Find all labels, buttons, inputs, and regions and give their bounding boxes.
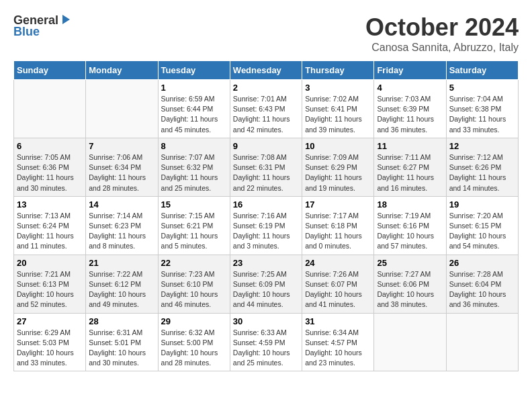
calendar-cell: 19Sunrise: 7:20 AMSunset: 6:15 PMDayligh… — [446, 196, 518, 255]
calendar-cell: 9Sunrise: 7:08 AMSunset: 6:31 PMDaylight… — [230, 138, 302, 196]
day-info: Sunrise: 6:32 AMSunset: 5:00 PMDaylight:… — [161, 328, 227, 369]
weekday-header-wednesday: Wednesday — [230, 61, 302, 80]
calendar-cell: 20Sunrise: 7:21 AMSunset: 6:13 PMDayligh… — [14, 255, 86, 313]
logo-blue-text: Blue — [13, 25, 40, 39]
day-number: 2 — [233, 83, 299, 93]
day-number: 24 — [305, 258, 371, 268]
day-info: Sunrise: 6:34 AMSunset: 4:57 PMDaylight:… — [305, 328, 371, 369]
day-number: 6 — [17, 141, 83, 151]
calendar-week-row: 6Sunrise: 7:05 AMSunset: 6:36 PMDaylight… — [14, 138, 519, 196]
day-info: Sunrise: 7:25 AMSunset: 6:09 PMDaylight:… — [233, 269, 299, 310]
calendar-cell — [374, 313, 446, 371]
day-number: 10 — [305, 141, 371, 151]
calendar-cell: 11Sunrise: 7:11 AMSunset: 6:27 PMDayligh… — [374, 138, 446, 196]
calendar-cell: 1Sunrise: 6:59 AMSunset: 6:44 PMDaylight… — [158, 80, 230, 138]
calendar-cell: 12Sunrise: 7:12 AMSunset: 6:26 PMDayligh… — [446, 138, 518, 196]
day-info: Sunrise: 7:02 AMSunset: 6:41 PMDaylight:… — [305, 94, 371, 135]
title-section: October 2024 Canosa Sannita, Abruzzo, It… — [365, 13, 519, 54]
day-number: 9 — [233, 141, 299, 151]
day-number: 27 — [17, 316, 83, 326]
day-info: Sunrise: 6:33 AMSunset: 4:59 PMDaylight:… — [233, 328, 299, 369]
page-header: General Blue October 2024 Canosa Sannita… — [13, 13, 519, 54]
day-number: 11 — [377, 141, 443, 151]
day-number: 17 — [305, 199, 371, 210]
day-info: Sunrise: 7:07 AMSunset: 6:32 PMDaylight:… — [161, 152, 227, 193]
day-info: Sunrise: 7:03 AMSunset: 6:39 PMDaylight:… — [377, 94, 443, 135]
calendar-cell — [14, 80, 86, 138]
calendar-cell: 10Sunrise: 7:09 AMSunset: 6:29 PMDayligh… — [302, 138, 374, 196]
day-number: 1 — [161, 83, 227, 93]
calendar-cell: 24Sunrise: 7:26 AMSunset: 6:07 PMDayligh… — [302, 255, 374, 313]
day-info: Sunrise: 7:08 AMSunset: 6:31 PMDaylight:… — [233, 152, 299, 193]
weekday-header-saturday: Saturday — [446, 61, 518, 80]
weekday-header-tuesday: Tuesday — [158, 61, 230, 80]
day-number: 31 — [305, 316, 371, 326]
day-info: Sunrise: 7:27 AMSunset: 6:06 PMDaylight:… — [377, 269, 443, 310]
day-number: 25 — [377, 258, 443, 268]
day-info: Sunrise: 7:09 AMSunset: 6:29 PMDaylight:… — [305, 152, 371, 193]
day-number: 3 — [305, 83, 371, 93]
weekday-header-thursday: Thursday — [302, 61, 374, 80]
day-number: 20 — [17, 258, 83, 268]
calendar-cell: 2Sunrise: 7:01 AMSunset: 6:43 PMDaylight… — [230, 80, 302, 138]
day-info: Sunrise: 7:17 AMSunset: 6:18 PMDaylight:… — [305, 211, 371, 252]
day-number: 12 — [449, 141, 515, 151]
calendar-cell: 5Sunrise: 7:04 AMSunset: 6:38 PMDaylight… — [446, 80, 518, 138]
calendar-cell: 22Sunrise: 7:23 AMSunset: 6:10 PMDayligh… — [158, 255, 230, 313]
calendar-cell: 15Sunrise: 7:15 AMSunset: 6:21 PMDayligh… — [158, 196, 230, 255]
day-number: 14 — [89, 199, 154, 210]
calendar-cell: 25Sunrise: 7:27 AMSunset: 6:06 PMDayligh… — [374, 255, 446, 313]
calendar-cell: 30Sunrise: 6:33 AMSunset: 4:59 PMDayligh… — [230, 313, 302, 371]
calendar-cell: 26Sunrise: 7:28 AMSunset: 6:04 PMDayligh… — [446, 255, 518, 313]
day-info: Sunrise: 6:31 AMSunset: 5:01 PMDaylight:… — [89, 328, 154, 369]
day-number: 18 — [377, 199, 443, 210]
day-number: 7 — [89, 141, 154, 151]
calendar-cell: 7Sunrise: 7:06 AMSunset: 6:34 PMDaylight… — [86, 138, 158, 196]
logo: General Blue — [13, 13, 71, 39]
day-info: Sunrise: 7:22 AMSunset: 6:12 PMDaylight:… — [89, 269, 154, 310]
day-number: 22 — [161, 258, 227, 268]
day-info: Sunrise: 7:05 AMSunset: 6:36 PMDaylight:… — [17, 152, 83, 193]
day-info: Sunrise: 7:14 AMSunset: 6:23 PMDaylight:… — [89, 211, 154, 252]
day-number: 23 — [233, 258, 299, 268]
location-subtitle: Canosa Sannita, Abruzzo, Italy — [365, 42, 519, 54]
calendar-cell: 31Sunrise: 6:34 AMSunset: 4:57 PMDayligh… — [302, 313, 374, 371]
day-number: 15 — [161, 199, 227, 210]
month-title: October 2024 — [365, 13, 519, 42]
day-info: Sunrise: 7:13 AMSunset: 6:24 PMDaylight:… — [17, 211, 83, 252]
calendar-cell: 28Sunrise: 6:31 AMSunset: 5:01 PMDayligh… — [86, 313, 158, 371]
calendar-week-row: 13Sunrise: 7:13 AMSunset: 6:24 PMDayligh… — [14, 196, 519, 255]
weekday-header-monday: Monday — [86, 61, 158, 80]
calendar-cell: 14Sunrise: 7:14 AMSunset: 6:23 PMDayligh… — [86, 196, 158, 255]
calendar-cell — [446, 313, 518, 371]
day-info: Sunrise: 7:11 AMSunset: 6:27 PMDaylight:… — [377, 152, 443, 193]
day-info: Sunrise: 7:01 AMSunset: 6:43 PMDaylight:… — [233, 94, 299, 135]
calendar-cell: 3Sunrise: 7:02 AMSunset: 6:41 PMDaylight… — [302, 80, 374, 138]
calendar-cell: 4Sunrise: 7:03 AMSunset: 6:39 PMDaylight… — [374, 80, 446, 138]
day-number: 26 — [449, 258, 515, 268]
weekday-header-row: SundayMondayTuesdayWednesdayThursdayFrid… — [14, 61, 519, 80]
calendar-cell: 29Sunrise: 6:32 AMSunset: 5:00 PMDayligh… — [158, 313, 230, 371]
calendar-cell: 27Sunrise: 6:29 AMSunset: 5:03 PMDayligh… — [14, 313, 86, 371]
day-number: 19 — [449, 199, 515, 210]
day-info: Sunrise: 7:26 AMSunset: 6:07 PMDaylight:… — [305, 269, 371, 310]
calendar-cell: 23Sunrise: 7:25 AMSunset: 6:09 PMDayligh… — [230, 255, 302, 313]
day-number: 28 — [89, 316, 154, 326]
day-info: Sunrise: 7:12 AMSunset: 6:26 PMDaylight:… — [449, 152, 515, 193]
day-info: Sunrise: 6:29 AMSunset: 5:03 PMDaylight:… — [17, 328, 83, 369]
day-info: Sunrise: 7:23 AMSunset: 6:10 PMDaylight:… — [161, 269, 227, 310]
calendar-cell: 6Sunrise: 7:05 AMSunset: 6:36 PMDaylight… — [14, 138, 86, 196]
svg-marker-0 — [62, 15, 70, 24]
calendar-cell: 18Sunrise: 7:19 AMSunset: 6:16 PMDayligh… — [374, 196, 446, 255]
calendar-cell: 13Sunrise: 7:13 AMSunset: 6:24 PMDayligh… — [14, 196, 86, 255]
day-info: Sunrise: 7:20 AMSunset: 6:15 PMDaylight:… — [449, 211, 515, 252]
calendar-cell — [86, 80, 158, 138]
logo-triangle-icon — [59, 13, 71, 26]
calendar-cell: 17Sunrise: 7:17 AMSunset: 6:18 PMDayligh… — [302, 196, 374, 255]
weekday-header-friday: Friday — [374, 61, 446, 80]
day-info: Sunrise: 7:15 AMSunset: 6:21 PMDaylight:… — [161, 211, 227, 252]
day-number: 5 — [449, 83, 515, 93]
day-number: 13 — [17, 199, 83, 210]
day-info: Sunrise: 7:19 AMSunset: 6:16 PMDaylight:… — [377, 211, 443, 252]
day-info: Sunrise: 7:16 AMSunset: 6:19 PMDaylight:… — [233, 211, 299, 252]
